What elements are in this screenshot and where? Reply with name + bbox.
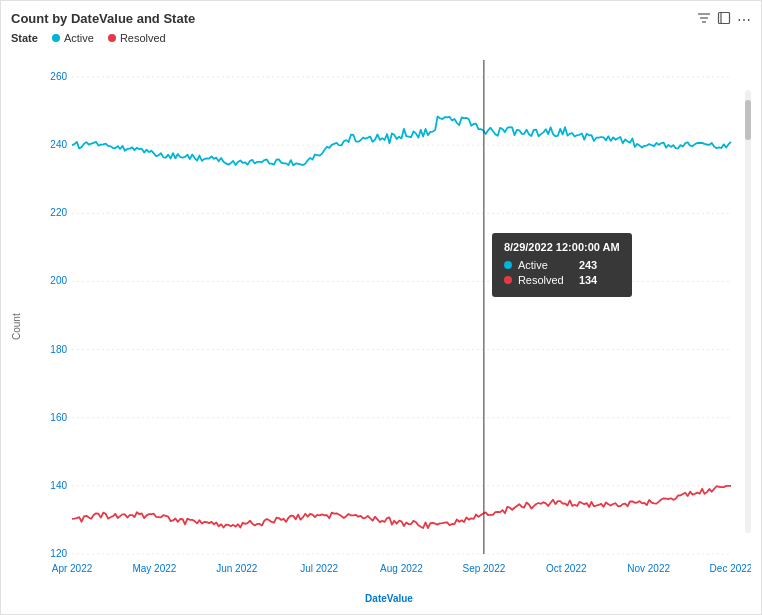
chart-inner: 8/29/2022 12:00:00 AM Active 243 Resolve… (27, 50, 751, 604)
legend-resolved: Resolved (108, 32, 166, 44)
chart-header: Count by DateValue and State ⋯ (11, 11, 751, 28)
filter-icon[interactable] (697, 11, 711, 28)
scrollbar-thumb[interactable] (745, 100, 751, 140)
expand-icon[interactable] (717, 11, 731, 28)
chart-body: Count 8/29/2022 12:00:00 AM Active 243 R… (11, 50, 751, 604)
svg-rect-3 (719, 13, 730, 24)
chart-canvas (27, 50, 751, 589)
header-icons: ⋯ (697, 11, 751, 28)
legend-resolved-label: Resolved (120, 32, 166, 44)
legend-active-dot (52, 34, 60, 42)
legend-state-label: State (11, 32, 38, 44)
plot-area[interactable]: 8/29/2022 12:00:00 AM Active 243 Resolve… (27, 50, 751, 589)
legend: State Active Resolved (11, 32, 751, 44)
chart-container: Count by DateValue and State ⋯ State (0, 0, 762, 615)
legend-active: Active (52, 32, 94, 44)
x-axis-label: DateValue (27, 589, 751, 604)
more-icon[interactable]: ⋯ (737, 12, 751, 28)
legend-active-label: Active (64, 32, 94, 44)
chart-title: Count by DateValue and State (11, 11, 195, 26)
scrollbar[interactable] (745, 90, 751, 533)
y-axis-label: Count (11, 50, 27, 604)
legend-resolved-dot (108, 34, 116, 42)
